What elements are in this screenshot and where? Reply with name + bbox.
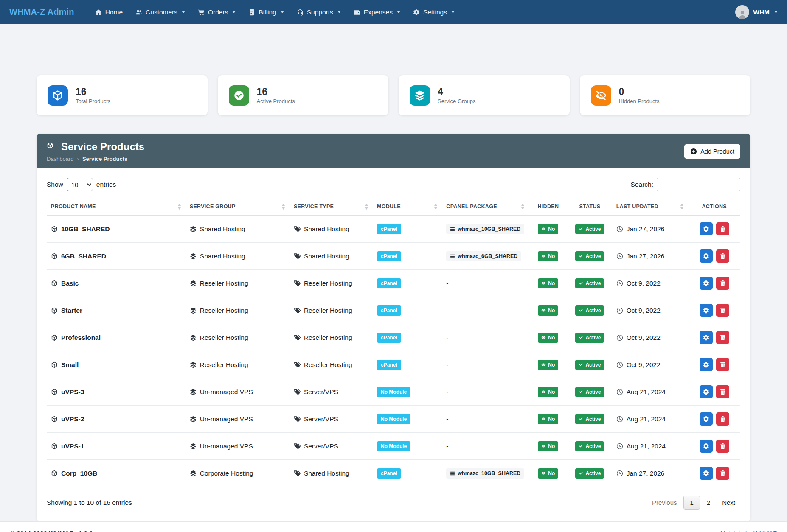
check-icon (579, 335, 583, 340)
delete-product-button[interactable] (716, 249, 729, 263)
nav-item-billing[interactable]: Billing (242, 0, 290, 24)
sort-icon (521, 204, 525, 210)
eye-icon (541, 417, 546, 421)
stat-value: 16 (76, 86, 110, 97)
search-input[interactable] (657, 178, 740, 191)
clock-icon (616, 389, 623, 395)
delete-product-button[interactable] (716, 412, 729, 426)
table-row: 10GB_SHARED Shared Hosting Shared Hostin… (47, 216, 740, 243)
nav-item-supports[interactable]: Supports (290, 0, 347, 24)
add-product-button[interactable]: Add Product (684, 144, 740, 159)
delete-product-button[interactable] (716, 358, 729, 371)
delete-product-button[interactable] (716, 331, 729, 344)
nav-item-orders[interactable]: Orders (191, 0, 242, 24)
product-name: Corp_10GB (61, 470, 97, 477)
pagination-page-2[interactable]: 2 (702, 496, 715, 509)
column-header[interactable]: Product Name (47, 198, 186, 216)
clock-icon (616, 361, 623, 368)
table-row: Starter Reseller Hosting Reseller Hostin… (47, 297, 740, 324)
delete-product-button[interactable] (716, 440, 729, 453)
gear-icon (703, 253, 709, 259)
check-icon (579, 389, 583, 394)
check-icon (579, 417, 583, 421)
pagination-previous[interactable]: Previous (647, 496, 682, 509)
edit-product-button[interactable] (700, 304, 713, 317)
column-header[interactable]: cPanel Package (442, 198, 528, 216)
pagination-page-1[interactable]: 1 (683, 496, 700, 510)
service-group: Corporate Hosting (200, 470, 253, 477)
edit-product-button[interactable] (700, 277, 713, 290)
edit-product-button[interactable] (700, 249, 713, 263)
service-group: Shared Hosting (200, 225, 245, 233)
status-badge: Active (575, 305, 604, 316)
gear-icon (703, 416, 709, 422)
status-badge: Active (575, 224, 604, 234)
nav-item-customers[interactable]: Customers (129, 0, 191, 24)
tags-icon (294, 280, 301, 287)
edit-product-button[interactable] (700, 331, 713, 344)
service-type: Shared Hosting (304, 470, 349, 477)
pagination-next[interactable]: Next (717, 496, 740, 509)
service-group: Un-managed VPS (200, 442, 253, 450)
nav-item-settings[interactable]: Settings (407, 0, 461, 24)
delete-product-button[interactable] (716, 385, 729, 398)
list-icon (450, 471, 455, 476)
tags-icon (294, 443, 301, 450)
module-badge: cPanel (377, 224, 401, 234)
breadcrumb-dashboard[interactable]: Dashboard (47, 156, 74, 162)
column-header[interactable]: Hidden (529, 198, 568, 216)
check-icon (579, 444, 583, 448)
column-header[interactable]: Service Type (290, 198, 373, 216)
column-header[interactable]: Last Updated (612, 198, 689, 216)
column-header[interactable]: Module (373, 198, 442, 216)
service-type: Reseller Hosting (304, 307, 352, 314)
table-row: uVPS-3 Un-managed VPS Server/VPS No Modu… (47, 378, 740, 406)
sort-icon (281, 204, 285, 210)
tags-icon (294, 334, 301, 341)
check-icon (579, 254, 583, 258)
last-updated: Oct 9, 2022 (627, 361, 661, 369)
delete-product-button[interactable] (716, 467, 729, 480)
service-type: Server/VPS (304, 388, 338, 396)
table-row: Professional Reseller Hosting Reseller H… (47, 324, 740, 351)
gear-icon (703, 334, 709, 341)
edit-product-button[interactable] (700, 222, 713, 235)
sort-icon (365, 204, 368, 210)
user-menu[interactable]: WHM (735, 5, 778, 19)
tags-icon (294, 307, 301, 314)
last-updated: Oct 9, 2022 (627, 334, 661, 342)
pagination-pages: 12 (683, 496, 715, 510)
brand-logo[interactable]: WHMA-Z Admin (9, 7, 74, 17)
edit-product-button[interactable] (700, 412, 713, 426)
edit-product-button[interactable] (700, 467, 713, 480)
gear-icon (703, 226, 709, 232)
sort-icon (680, 204, 684, 210)
cpanel-package-badge: whmazc_6GB_SHARED (446, 251, 521, 261)
delete-product-button[interactable] (716, 222, 729, 235)
clock-icon (616, 416, 623, 423)
layers-icon (190, 253, 197, 260)
edit-product-button[interactable] (700, 358, 713, 371)
page-size-select[interactable]: 10 (67, 178, 93, 191)
no-package-dash: - (446, 388, 448, 395)
gear-icon (703, 443, 709, 449)
service-group: Reseller Hosting (200, 280, 248, 287)
stat-label: Active Products (257, 98, 295, 104)
column-header[interactable]: Service Group (186, 198, 290, 216)
delete-product-button[interactable] (716, 277, 729, 290)
sort-icon (177, 204, 181, 210)
nav-item-expenses[interactable]: Expenses (347, 0, 407, 24)
chevron-down-icon (182, 11, 185, 13)
stat-value: 4 (438, 86, 476, 97)
module-badge: cPanel (377, 333, 401, 343)
edit-product-button[interactable] (700, 440, 713, 453)
nav-item-home[interactable]: Home (89, 0, 129, 24)
table-row: uVPS-2 Un-managed VPS Server/VPS No Modu… (47, 406, 740, 433)
box-icon (51, 253, 58, 260)
delete-product-button[interactable] (716, 304, 729, 317)
maintainer-link[interactable]: WHMAZ (753, 530, 777, 532)
box-icon (51, 334, 58, 341)
column-header[interactable]: Actions (688, 198, 740, 216)
column-header[interactable]: Status (568, 198, 612, 216)
edit-product-button[interactable] (700, 385, 713, 398)
